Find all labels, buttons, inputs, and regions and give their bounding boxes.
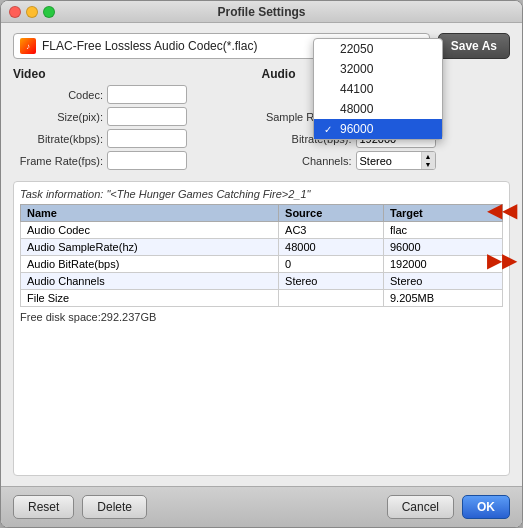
- task-info-panel: Task information: "<The Hunger Games Cat…: [13, 181, 510, 476]
- free-disk-label: Free disk space:292.237GB: [20, 311, 503, 323]
- table-row: File Size9.205MB: [21, 290, 503, 307]
- col-header-target: Target: [383, 205, 502, 222]
- cancel-button[interactable]: Cancel: [387, 495, 454, 519]
- audio-channels-down[interactable]: ▼: [422, 161, 435, 170]
- table-row: Audio SampleRate(hz)4800096000: [21, 239, 503, 256]
- profile-settings-window: Profile Settings ♪ FLAC-Free Lossless Au…: [0, 0, 523, 528]
- video-size-value[interactable]: [108, 108, 187, 125]
- col-header-source: Source: [279, 205, 384, 222]
- audio-channels-arrows: ▲ ▼: [421, 152, 435, 169]
- video-framerate-value[interactable]: [108, 152, 187, 169]
- forward-nav-button[interactable]: ▶▶: [487, 250, 517, 270]
- video-section: Video Codec: ▲ ▼ Size(pix):: [13, 67, 262, 173]
- video-framerate-input[interactable]: ▲ ▼: [107, 151, 187, 170]
- reset-button[interactable]: Reset: [13, 495, 74, 519]
- table-row: Audio CodecAC3flac: [21, 222, 503, 239]
- audio-channels-select[interactable]: Stereo ▲ ▼: [356, 151, 436, 170]
- video-title: Video: [13, 67, 262, 81]
- video-size-row: Size(pix): ▲ ▼: [13, 107, 262, 126]
- video-codec-row: Codec: ▲ ▼: [13, 85, 262, 104]
- video-size-input[interactable]: ▲ ▼: [107, 107, 187, 126]
- audio-channels-row: Channels: Stereo ▲ ▼: [262, 151, 511, 170]
- video-codec-input[interactable]: ▲ ▼: [107, 85, 187, 104]
- video-codec-label: Codec:: [13, 89, 103, 101]
- main-content: ♪ FLAC-Free Lossless Audio Codec(*.flac)…: [1, 23, 522, 486]
- close-button[interactable]: [9, 6, 21, 18]
- col-header-name: Name: [21, 205, 279, 222]
- audio-channels-label: Channels:: [262, 155, 352, 167]
- audio-channels-value: Stereo: [357, 155, 421, 167]
- back-nav-button[interactable]: ◀◀: [487, 200, 517, 220]
- ok-button[interactable]: OK: [462, 495, 510, 519]
- video-framerate-row: Frame Rate(fps): ▲ ▼: [13, 151, 262, 170]
- dropdown-item-32000[interactable]: 32000: [314, 59, 442, 79]
- video-size-label: Size(pix):: [13, 111, 103, 123]
- video-bitrate-label: Bitrate(kbps):: [13, 133, 103, 145]
- side-nav: ◀◀ ▶▶: [487, 200, 517, 270]
- traffic-lights: [9, 6, 55, 18]
- video-bitrate-input[interactable]: ▲ ▼: [107, 129, 187, 148]
- audio-channels-up[interactable]: ▲: [422, 152, 435, 161]
- task-info-title: Task information: "<The Hunger Games Cat…: [20, 188, 503, 200]
- dropdown-item-96000[interactable]: ✓ 96000: [314, 119, 442, 139]
- table-row: Audio ChannelsStereoStereo: [21, 273, 503, 290]
- minimize-button[interactable]: [26, 6, 38, 18]
- dropdown-item-44100[interactable]: 44100: [314, 79, 442, 99]
- bottom-bar: Reset Delete Cancel OK: [1, 486, 522, 527]
- table-row: Audio BitRate(bps)0192000: [21, 256, 503, 273]
- video-bitrate-value[interactable]: [108, 130, 187, 147]
- video-bitrate-row: Bitrate(kbps): ▲ ▼: [13, 129, 262, 148]
- window-title: Profile Settings: [217, 5, 305, 19]
- title-bar: Profile Settings: [1, 1, 522, 23]
- save-as-button[interactable]: Save As: [438, 33, 510, 59]
- video-codec-value[interactable]: [108, 86, 187, 103]
- video-framerate-label: Frame Rate(fps):: [13, 155, 103, 167]
- checkmark-96000: ✓: [324, 124, 338, 135]
- dropdown-item-48000[interactable]: 48000: [314, 99, 442, 119]
- task-info-table: Name Source Target Audio CodecAC3flacAud…: [20, 204, 503, 307]
- delete-button[interactable]: Delete: [82, 495, 147, 519]
- codec-icon: ♪: [20, 38, 36, 54]
- sample-rate-dropdown[interactable]: 22050 32000 44100 48000 ✓ 96000: [313, 38, 443, 140]
- maximize-button[interactable]: [43, 6, 55, 18]
- dropdown-item-22050[interactable]: 22050: [314, 39, 442, 59]
